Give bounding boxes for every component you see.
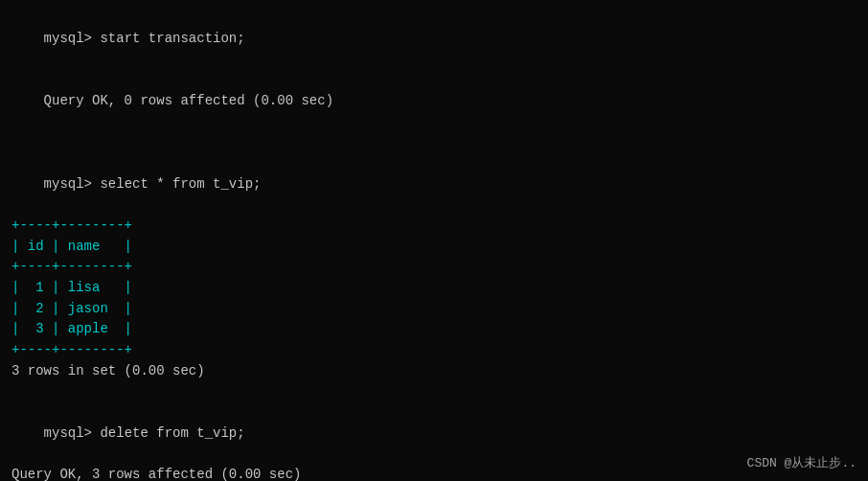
result-1: Query OK, 0 rows affected (0.00 sec) [44, 93, 333, 108]
cmd-3: delete from t_vip; [100, 425, 244, 441]
table-row-3: | 3 | apple | [11, 319, 857, 340]
blank-1 [11, 132, 857, 153]
table-border-bot: +----+--------+ [11, 340, 857, 361]
cmd-1: start transaction; [100, 31, 244, 46]
line-1: mysql> start transaction; [11, 8, 857, 70]
table-border-mid: +----+--------+ [11, 257, 857, 278]
blank-2 [11, 381, 857, 402]
table-row-2: | 2 | jason | [11, 299, 857, 320]
cmd-2: select * from t_vip; [100, 176, 261, 192]
terminal-window: mysql> start transaction; Query OK, 0 ro… [0, 0, 868, 481]
watermark: CSDN @从未止步.. [747, 454, 857, 471]
delete-result: Query OK, 3 rows affected (0.00 sec) [11, 465, 857, 481]
table-header-row: | id | name | [11, 237, 857, 258]
prompt-2: mysql> [44, 176, 101, 192]
table-row-1: | 1 | lisa | [11, 278, 857, 299]
line-delete: mysql> delete from t_vip; [11, 402, 857, 465]
prompt-3: mysql> [44, 425, 101, 441]
prompt-1: mysql> [44, 31, 101, 46]
line-4: mysql> select * from t_vip; [11, 153, 857, 216]
set-result: 3 rows in set (0.00 sec) [11, 361, 857, 382]
table-border-top: +----+--------+ [11, 216, 857, 237]
line-2: Query OK, 0 rows affected (0.00 sec) [11, 70, 857, 132]
